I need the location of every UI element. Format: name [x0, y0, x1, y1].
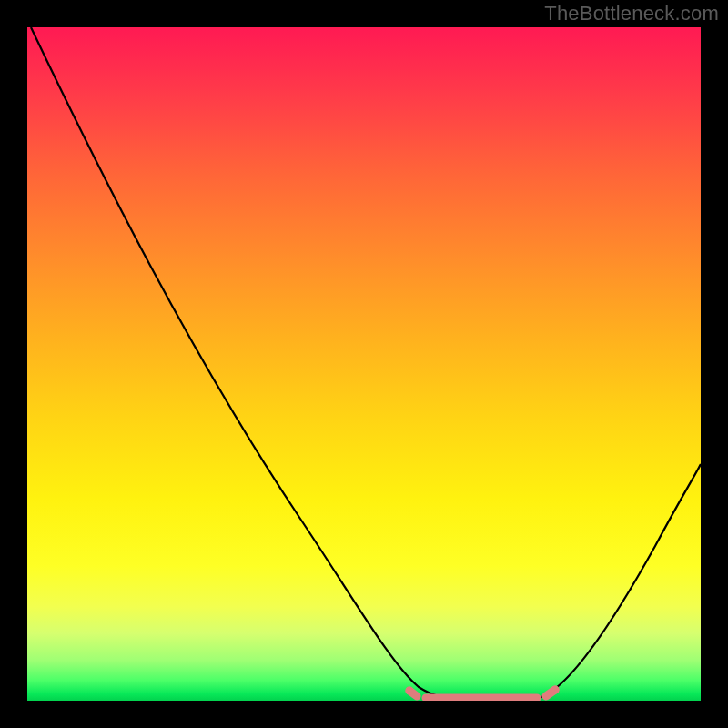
svg-point-0	[406, 687, 414, 695]
watermark-text: TheBottleneck.com	[544, 2, 719, 25]
plot-area	[27, 27, 701, 701]
bottleneck-curve	[31, 27, 701, 701]
svg-point-1	[551, 686, 560, 694]
chart-container: TheBottleneck.com	[0, 0, 728, 728]
curve-layer	[27, 27, 701, 701]
